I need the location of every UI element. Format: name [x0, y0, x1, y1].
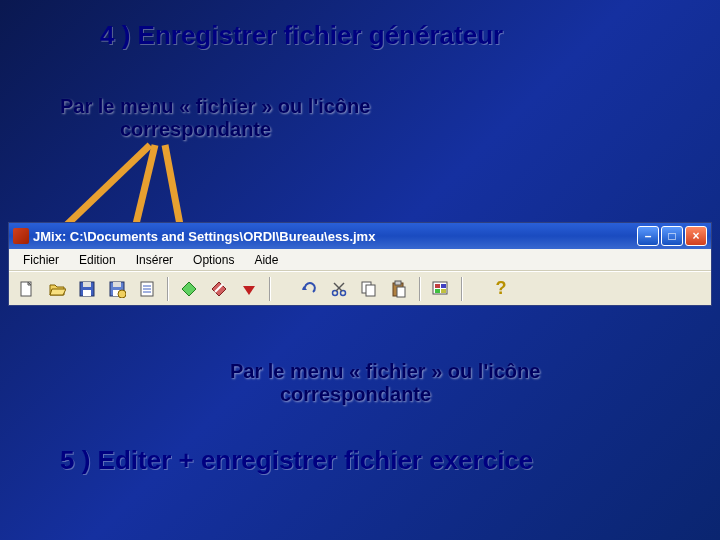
toolbar-separator	[461, 277, 463, 301]
down-arrow-button[interactable]	[235, 275, 263, 303]
caption-bottom-line1: Par le menu « fichier » ou l'icône	[230, 360, 630, 383]
save-as-button[interactable]	[103, 275, 131, 303]
minimize-button[interactable]: –	[637, 226, 659, 246]
maximize-button[interactable]: □	[661, 226, 683, 246]
svg-rect-8	[83, 282, 91, 287]
save-file-button[interactable]	[73, 275, 101, 303]
preview-export-icon	[431, 280, 451, 298]
paste-button[interactable]	[385, 275, 413, 303]
svg-point-13	[118, 290, 126, 298]
svg-rect-31	[397, 287, 405, 297]
window-title-text: JMix: C:\Documents and Settings\ORDI\Bur…	[33, 229, 635, 244]
svg-rect-9	[83, 290, 91, 296]
floppy-save-icon	[78, 280, 96, 298]
menu-edition[interactable]: Edition	[69, 251, 126, 269]
step-5-text: 5 ) Editer + enregistrer fichier exercic…	[60, 445, 533, 476]
menu-options[interactable]: Options	[183, 251, 244, 269]
toolbar-separator	[269, 277, 271, 301]
add-question-button[interactable]	[175, 275, 203, 303]
scissors-icon	[330, 280, 348, 298]
down-arrow-icon	[240, 280, 258, 298]
svg-marker-18	[182, 282, 196, 296]
caption-bottom-line2: correspondante	[280, 383, 630, 406]
export-text-button[interactable]	[133, 275, 161, 303]
caption-top-line2: correspondante	[120, 118, 460, 141]
help-button[interactable]: ?	[487, 275, 515, 303]
slide-title: 4 ) Enregistrer fichier générateur	[100, 20, 503, 51]
svg-rect-11	[113, 282, 121, 287]
diamond-add-icon	[180, 280, 198, 298]
window-titlebar: JMix: C:\Documents and Settings\ORDI\Bur…	[9, 223, 711, 249]
caption-top: Par le menu « fichier » ou l'icône corre…	[60, 95, 460, 141]
preview-button[interactable]	[427, 275, 455, 303]
cut-button[interactable]	[325, 275, 353, 303]
svg-rect-30	[395, 281, 401, 285]
menu-bar: Fichier Edition Insérer Options Aide	[9, 249, 711, 271]
edit-question-button[interactable]	[205, 275, 233, 303]
new-file-button[interactable]	[13, 275, 41, 303]
svg-rect-35	[441, 284, 446, 288]
open-file-button[interactable]	[43, 275, 71, 303]
menu-aide[interactable]: Aide	[244, 251, 288, 269]
svg-rect-33	[435, 284, 440, 288]
undo-button[interactable]	[295, 275, 323, 303]
paste-icon	[390, 280, 408, 298]
page-text-icon	[138, 280, 156, 298]
app-icon	[13, 228, 29, 244]
copy-button[interactable]	[355, 275, 383, 303]
svg-rect-36	[441, 289, 446, 293]
diamond-edit-icon	[210, 280, 228, 298]
menu-fichier[interactable]: Fichier	[13, 251, 69, 269]
undo-icon	[300, 280, 318, 298]
svg-rect-34	[435, 289, 440, 293]
toolbar-separator	[419, 277, 421, 301]
toolbar: ?	[9, 271, 711, 305]
help-icon: ?	[496, 278, 507, 299]
open-folder-icon	[48, 280, 66, 298]
toolbar-separator	[167, 277, 169, 301]
new-file-icon	[18, 280, 36, 298]
close-button[interactable]: ×	[685, 226, 707, 246]
floppy-save-as-icon	[108, 280, 126, 298]
caption-bottom: Par le menu « fichier » ou l'icône corre…	[230, 360, 630, 406]
menu-inserer[interactable]: Insérer	[126, 251, 183, 269]
caption-top-line1: Par le menu « fichier » ou l'icône	[60, 95, 460, 118]
application-window: JMix: C:\Documents and Settings\ORDI\Bur…	[8, 222, 712, 306]
svg-marker-21	[243, 286, 255, 295]
copy-icon	[360, 280, 378, 298]
svg-rect-28	[366, 285, 375, 296]
